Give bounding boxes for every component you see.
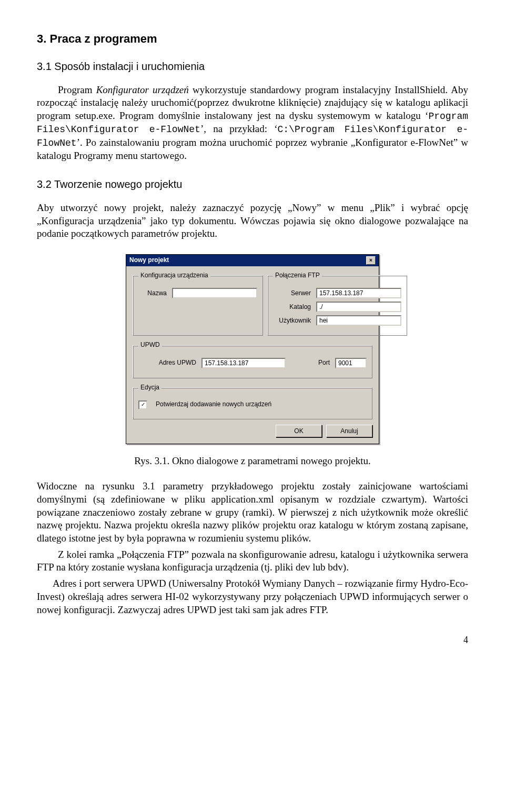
- paragraph-install: Program Konfigurator urządzeń wykorzystu…: [37, 84, 468, 163]
- upwd-port-field[interactable]: [335, 358, 367, 368]
- group-upwd-legend: UPWD: [138, 341, 162, 349]
- group-ftp-legend: Połączenia FTP: [273, 272, 322, 280]
- label-catalog: Katalog: [273, 303, 311, 312]
- heading-section-newproject: 3.2 Tworzenie nowego projektu: [37, 177, 468, 191]
- confirm-add-checkbox[interactable]: ✓: [138, 400, 147, 409]
- label-confirm-add: Potwierdzaj dodawanie nowych urządzeń: [156, 400, 271, 409]
- text: ’. Po zainstalowaniu program można uruch…: [37, 137, 468, 161]
- server-field[interactable]: [316, 288, 401, 298]
- ok-button[interactable]: OK: [276, 425, 322, 437]
- paragraph-defaults: Widoczne na rysunku 3.1 parametry przykł…: [37, 480, 468, 545]
- dialog-titlebar: Nowy projekt ×: [126, 255, 379, 266]
- catalog-field[interactable]: [316, 302, 401, 312]
- label-name: Nazwa: [138, 289, 167, 298]
- dialog-figure: Nowy projekt × Konfiguracja urządzenia N…: [37, 254, 468, 444]
- label-upwd-addr: Adres UPWD: [138, 359, 196, 367]
- text: Program: [58, 84, 96, 95]
- upwd-addr-field[interactable]: [201, 358, 286, 368]
- cancel-button[interactable]: Anuluj: [326, 425, 372, 437]
- dialog-title: Nowy projekt: [129, 256, 169, 265]
- group-edit: Edycja ✓ Potwierdzaj dodawanie nowych ur…: [133, 384, 372, 419]
- paragraph-newproject-intro: Aby utworzyć nowy projekt, należy zaznac…: [37, 202, 468, 240]
- group-config-legend: Konfiguracja urządzenia: [138, 272, 210, 280]
- group-upwd: UPWD Adres UPWD Port: [133, 341, 372, 378]
- close-icon[interactable]: ×: [366, 256, 376, 265]
- label-server: Serwer: [273, 289, 311, 298]
- heading-section-install: 3.1 Sposób instalacji i uruchomienia: [37, 59, 468, 73]
- text-italic: Konfigurator urządzeń: [96, 84, 189, 95]
- figure-caption: Rys. 3.1. Okno dialogowe z parametrami n…: [37, 455, 468, 468]
- paragraph-upwd: Adres i port serwera UPWD (Uniwersalny P…: [37, 577, 468, 616]
- heading-main: 3. Praca z programem: [37, 32, 468, 47]
- group-config: Konfiguracja urządzenia Nazwa: [133, 272, 263, 336]
- label-user: Użytkownik: [273, 317, 311, 325]
- user-field[interactable]: [316, 315, 401, 326]
- group-ftp: Połączenia FTP Serwer Katalog Użytkownik: [267, 272, 407, 336]
- dialog-window: Nowy projekt × Konfiguracja urządzenia N…: [126, 254, 379, 444]
- text: ’, na przykład: ‘: [200, 123, 278, 134]
- paragraph-ftp: Z kolei ramka „Połączenia FTP” pozwala n…: [37, 548, 468, 574]
- label-upwd-port: Port: [318, 359, 330, 367]
- name-field[interactable]: [172, 288, 257, 298]
- page-number: 4: [37, 634, 468, 646]
- group-edit-legend: Edycja: [138, 384, 161, 392]
